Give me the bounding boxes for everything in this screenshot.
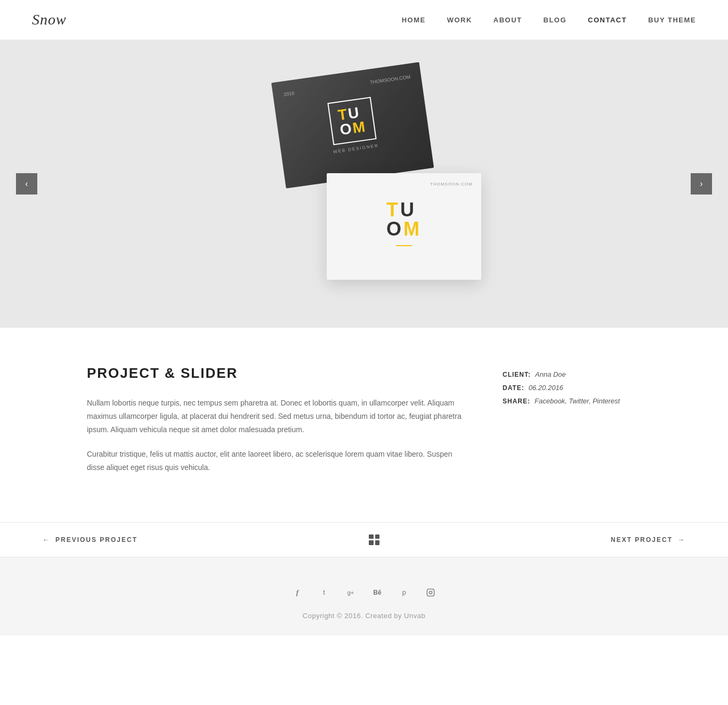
footer-instagram-icon[interactable] [422,584,439,601]
client-value: Anna Doe [535,370,566,378]
card-front-logo-line1: TU [386,200,422,220]
grid-cell-1 [369,534,374,539]
card-url-back: THOMSOON.COM [370,74,411,85]
client-row: CLIENT: Anna Doe [503,370,641,378]
main-nav: HOME WORK ABOUT BLOG CONTACT BUY THEME [402,16,696,24]
project-desc-1: Nullam lobortis neque turpis, nec tempus… [87,396,471,437]
nav-work[interactable]: WORK [447,16,472,24]
client-label: CLIENT: [503,371,531,378]
grid-cell-4 [375,540,380,545]
grid-cell-3 [369,540,374,545]
svg-point-1 [429,591,432,594]
card-front: THOMSOON.COM TU OM [327,173,481,280]
nav-home[interactable]: HOME [402,16,426,24]
site-logo[interactable]: Snow [32,11,67,28]
nav-buy-theme[interactable]: BUY THEME [648,16,696,24]
footer-googleplus-icon[interactable]: g+ [342,584,359,601]
footer-twitter-icon[interactable]: t [316,584,333,601]
slider-next-button[interactable]: › [691,173,712,195]
slider-prev-button[interactable]: ‹ [16,173,37,195]
card-logo-bottom: OM [339,119,367,137]
card-front-logo: TU OM [386,200,422,239]
date-value: 06.20.2016 [529,384,563,392]
arrow-left-icon: ← [43,536,50,544]
footer-pinterest-icon[interactable]: p [395,584,412,601]
date-row: DATE: 06.20.2016 [503,384,641,392]
header: Snow HOME WORK ABOUT BLOG CONTACT BUY TH… [0,0,728,40]
footer-behance-icon[interactable]: Bē [369,584,386,601]
share-facebook[interactable]: Facebook [535,397,565,405]
date-label: DATE: [503,384,524,392]
grid-view-button[interactable] [369,534,379,545]
next-project-label: NEXT PROJECT [611,536,673,544]
project-content: PROJECT & SLIDER Nullam lobortis neque t… [0,328,728,522]
card-mockup: 2016 THOMSOON.COM TU OM WEB DESIGNER THO… [247,77,481,290]
project-title: PROJECT & SLIDER [87,365,471,382]
footer-copyright: Copyright © 2016. Created by Unvab [0,612,728,620]
card-front-logo-line2: OM [386,220,422,239]
prev-project-label: PREVIOUS PROJECT [55,536,137,544]
nav-blog[interactable]: BLOG [544,16,567,24]
share-twitter[interactable]: Twitter [569,397,588,405]
footer-facebook-icon[interactable]: f [289,584,306,601]
share-label: SHARE: [503,398,530,405]
nav-contact[interactable]: CONTACT [588,16,627,24]
card-front-divider [396,245,412,246]
project-meta: CLIENT: Anna Doe DATE: 06.20.2016 SHARE:… [503,365,641,485]
footer-social-links: f t g+ Bē p [0,584,728,601]
prev-project-link[interactable]: ← PREVIOUS PROJECT [43,536,137,544]
project-description: PROJECT & SLIDER Nullam lobortis neque t… [87,365,471,485]
share-row: SHARE: Facebook, Twitter, Pinterest [503,397,641,405]
project-desc-2: Curabitur tristique, felis ut mattis auc… [87,448,471,474]
footer: f t g+ Bē p Copyright © 2016. Created by… [0,557,728,636]
next-project-link[interactable]: NEXT PROJECT → [611,536,685,544]
share-pinterest[interactable]: Pinterest [593,397,620,405]
arrow-right-icon: → [678,536,685,544]
card-subtitle: WEB DESIGNER [333,143,379,154]
nav-about[interactable]: ABOUT [494,16,522,24]
chevron-right-icon: › [700,179,702,189]
grid-cell-2 [375,534,380,539]
card-logo-m: M [351,118,367,136]
svg-rect-0 [427,589,434,596]
card-logo-box: TU OM [328,96,376,145]
project-nav-bar: ← PREVIOUS PROJECT NEXT PROJECT → [0,522,728,557]
card-back: 2016 THOMSOON.COM TU OM WEB DESIGNER [271,62,434,189]
card-front-url: THOMSOON.COM [430,182,473,187]
card-year: 2016 [284,91,295,98]
hero-slider: ‹ 2016 THOMSOON.COM TU OM WEB DESIGNER T… [0,40,728,328]
share-value[interactable]: Facebook, Twitter, Pinterest [535,397,620,405]
svg-point-2 [432,590,433,591]
chevron-left-icon: ‹ [25,179,28,189]
